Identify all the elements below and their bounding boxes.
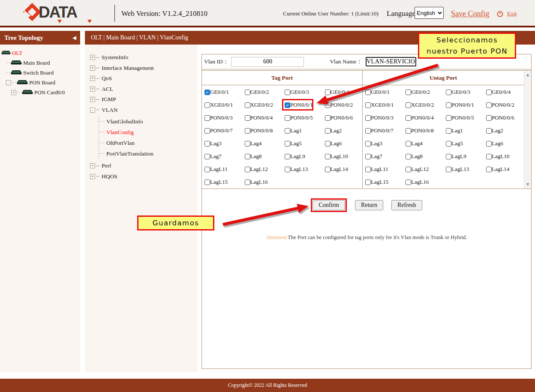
untag-port-checkbox-pon0-0-4[interactable] bbox=[406, 115, 411, 121]
menu-item-hqos[interactable]: +HQOS bbox=[90, 171, 197, 182]
untag-port-checkbox-lag3[interactable] bbox=[365, 141, 371, 147]
untag-port-checkbox-ge0-0-2[interactable] bbox=[406, 90, 411, 95]
tag-port-checkbox-lagl15[interactable] bbox=[204, 180, 210, 185]
scroll-up-icon[interactable]: ▲ bbox=[524, 73, 531, 77]
untag-port-checkbox-lagl16[interactable] bbox=[406, 180, 411, 185]
untag-port-checkbox-ge0-0-1[interactable] bbox=[365, 90, 371, 95]
exit-link[interactable]: Exit bbox=[507, 10, 517, 17]
expand-menu-icon[interactable]: + bbox=[90, 66, 95, 71]
tag-port-checkbox-lag4[interactable] bbox=[245, 141, 250, 147]
menu-item-acl[interactable]: +ACL bbox=[90, 84, 197, 95]
tag-port-checkbox-ge0-0-4[interactable] bbox=[325, 90, 331, 95]
untag-port-checkbox-lagl9[interactable] bbox=[446, 154, 451, 159]
tree-item-main-board[interactable]: Main Board bbox=[0, 58, 80, 68]
untag-port-checkbox-pon0-0-2[interactable] bbox=[486, 102, 492, 108]
menu-item-systeminfo[interactable]: +SystemInfo bbox=[90, 52, 197, 63]
tag-port-checkbox-lagl16[interactable] bbox=[245, 180, 250, 185]
menu-item-qos[interactable]: +QoS bbox=[90, 73, 197, 84]
save-config-link[interactable]: Save Config bbox=[451, 0, 490, 27]
untag-port-checkbox-lagl12[interactable] bbox=[406, 167, 411, 172]
tag-port-checkbox-ge0-0-2[interactable] bbox=[245, 90, 250, 95]
menu-item-perf[interactable]: +Perf bbox=[90, 161, 197, 171]
tag-port-checkbox-lagl10[interactable] bbox=[325, 154, 331, 159]
tag-port-checkbox-lagl14[interactable] bbox=[325, 167, 331, 172]
tree-item-pon-board[interactable]: -PON Board bbox=[0, 78, 80, 87]
untag-port-checkbox-xge0-0-2[interactable] bbox=[406, 102, 411, 108]
expand-menu-icon[interactable]: + bbox=[90, 87, 95, 92]
vlan-name-input[interactable] bbox=[366, 57, 416, 66]
untag-port-checkbox-lag1[interactable] bbox=[446, 128, 451, 134]
tag-port-checkbox-pon0-0-6[interactable] bbox=[325, 115, 331, 121]
tag-port-checkbox-pon0-0-4[interactable] bbox=[245, 115, 250, 121]
tag-port-checkbox-pon0-0-7[interactable] bbox=[204, 128, 210, 134]
tag-port-checkbox-lagl9[interactable] bbox=[285, 154, 290, 159]
untag-port-checkbox-lag4[interactable] bbox=[406, 141, 411, 147]
untag-port-checkbox-pon0-0-7[interactable] bbox=[365, 128, 371, 134]
tag-port-checkbox-xge0-0-1[interactable] bbox=[204, 102, 210, 108]
tag-port-checkbox-lag3[interactable] bbox=[204, 141, 210, 147]
expand-menu-icon[interactable]: + bbox=[90, 55, 95, 60]
tag-port-checkbox-pon0-0-3[interactable] bbox=[204, 115, 210, 121]
collapse-node-icon[interactable]: - bbox=[6, 80, 11, 85]
untag-port-checkbox-pon0-0-8[interactable] bbox=[406, 128, 411, 134]
menu-item-vlan[interactable]: -VLAN bbox=[90, 105, 197, 116]
untag-port-checkbox-lagl13[interactable] bbox=[446, 167, 451, 172]
tag-port-checkbox-pon0-0-5[interactable] bbox=[285, 115, 290, 121]
untag-port-checkbox-lag2[interactable] bbox=[486, 128, 492, 134]
menu-item-igmp[interactable]: +IGMP bbox=[90, 94, 197, 105]
untag-port-checkbox-ge0-0-4[interactable] bbox=[486, 90, 492, 95]
untag-port-checkbox-ge0-0-3[interactable] bbox=[446, 90, 451, 95]
tag-port-checkbox-ge0-0-1[interactable]: ✓ bbox=[204, 90, 210, 95]
expand-menu-icon[interactable]: + bbox=[90, 76, 95, 81]
tag-port-checkbox-pon0-0-2[interactable] bbox=[325, 102, 331, 108]
tree-item-switch-board[interactable]: Switch Board bbox=[0, 68, 80, 78]
tag-port-checkbox-ge0-0-3[interactable] bbox=[285, 90, 290, 95]
untag-port-checkbox-lagl10[interactable] bbox=[486, 154, 492, 159]
menu-subitem-portvlantranslation[interactable]: PortVlanTranslation bbox=[99, 148, 197, 159]
untag-port-checkbox-pon0-0-3[interactable] bbox=[365, 115, 371, 121]
tree-item-pon-card0-0[interactable]: +PON Card0/0 bbox=[0, 87, 80, 97]
table-scrollbar[interactable]: ▲ ▼ bbox=[524, 71, 531, 189]
expand-menu-icon[interactable]: + bbox=[90, 163, 95, 168]
tag-port-checkbox-lagl11[interactable] bbox=[204, 167, 210, 172]
tag-port-checkbox-pon0-0-8[interactable] bbox=[245, 128, 250, 134]
tag-port-checkbox-lag8[interactable] bbox=[245, 154, 250, 159]
untag-port-checkbox-lag7[interactable] bbox=[365, 154, 371, 159]
expand-menu-icon[interactable]: + bbox=[90, 174, 95, 179]
tag-port-checkbox-lag1[interactable] bbox=[285, 128, 290, 134]
untag-port-checkbox-pon0-0-1[interactable] bbox=[446, 102, 451, 108]
untag-port-checkbox-lag6[interactable] bbox=[486, 141, 492, 147]
untag-port-checkbox-lag8[interactable] bbox=[406, 154, 411, 159]
scroll-down-icon[interactable]: ▼ bbox=[524, 183, 531, 186]
tag-port-checkbox-lag5[interactable] bbox=[285, 141, 290, 147]
tag-port-checkbox-xge0-0-2[interactable] bbox=[245, 102, 250, 108]
untag-port-checkbox-lagl15[interactable] bbox=[365, 180, 371, 185]
tag-port-checkbox-lagl13[interactable] bbox=[285, 167, 290, 172]
menu-item-interface-management[interactable]: +Interface Management bbox=[90, 63, 197, 74]
collapse-panel-icon[interactable]: ◀ bbox=[72, 31, 76, 45]
return-button[interactable]: Return bbox=[355, 200, 383, 210]
menu-subitem-oltportvlan[interactable]: OltPortVlan bbox=[99, 138, 197, 148]
confirm-button[interactable]: Confirm bbox=[313, 200, 345, 210]
untag-port-checkbox-lagl14[interactable] bbox=[486, 167, 492, 172]
tag-port-checkbox-lagl12[interactable] bbox=[245, 167, 250, 172]
language-select[interactable]: English bbox=[415, 7, 444, 19]
tree-item-olt[interactable]: OLT bbox=[0, 48, 80, 58]
power-icon[interactable] bbox=[496, 10, 504, 18]
untag-port-checkbox-lagl11[interactable] bbox=[365, 167, 371, 172]
untag-port-checkbox-xge0-0-1[interactable] bbox=[365, 102, 371, 108]
untag-port-checkbox-lag5[interactable] bbox=[446, 141, 451, 147]
expand-menu-icon[interactable]: + bbox=[90, 97, 95, 102]
vlan-id-input[interactable] bbox=[231, 57, 304, 67]
expand-node-icon[interactable]: + bbox=[11, 90, 16, 95]
menu-subitem-vlanglobalinfo[interactable]: VlanGlobalInfo bbox=[99, 116, 197, 127]
untag-port-label: Lag5 bbox=[451, 140, 463, 147]
tag-port-checkbox-lag7[interactable] bbox=[204, 154, 210, 159]
refresh-button[interactable]: Refresh bbox=[391, 200, 422, 210]
tag-port-checkbox-lag2[interactable] bbox=[325, 128, 331, 134]
collapse-menu-icon[interactable]: - bbox=[90, 108, 95, 113]
tag-port-checkbox-lag6[interactable] bbox=[325, 141, 331, 147]
menu-subitem-vlanconfig[interactable]: VlanConfig bbox=[99, 127, 197, 138]
untag-port-checkbox-pon0-0-6[interactable] bbox=[486, 115, 492, 121]
untag-port-checkbox-pon0-0-5[interactable] bbox=[446, 115, 451, 121]
